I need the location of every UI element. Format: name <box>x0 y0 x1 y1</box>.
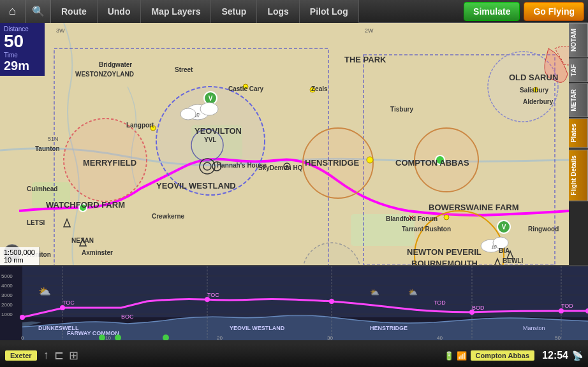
scale-distance: 10 nm <box>4 256 35 264</box>
svg-text:2000: 2000 <box>1 302 13 308</box>
svg-text:⛅: ⛅ <box>408 287 418 297</box>
map-layers-button[interactable]: Map Layers <box>141 0 211 23</box>
svg-point-73 <box>20 315 25 320</box>
svg-text:⛈: ⛈ <box>492 245 497 250</box>
taf-button[interactable]: TAF <box>569 59 588 82</box>
svg-rect-48 <box>22 266 588 317</box>
svg-text:1000: 1000 <box>1 312 13 317</box>
search-icon: 🔍 <box>32 5 45 17</box>
svg-text:5000: 5000 <box>1 273 13 279</box>
location-right: Compton Abbas <box>471 350 535 361</box>
svg-text:HENSTRIDGE: HENSTRIDGE <box>370 325 408 331</box>
svg-text:Manston: Manston <box>523 325 545 331</box>
home-button[interactable]: ⌂ <box>0 0 26 23</box>
svg-point-12 <box>191 129 223 161</box>
bottom-right: 🔋 📶 Compton Abbas 12:54 📡 <box>444 350 583 361</box>
flight-details-button[interactable]: Flight Details <box>569 150 588 201</box>
profile-area: ⛅ ⛅ ⛅ 5000 4000 3000 2000 1000 TOC BOC T… <box>0 265 588 340</box>
right-panel: NOTAM TAF METAR Plates Flight Details <box>569 23 588 203</box>
wifi-icon: 📡 <box>572 350 583 361</box>
svg-text:0: 0 <box>21 335 24 340</box>
svg-text:BOC: BOC <box>121 313 134 320</box>
svg-point-77 <box>469 310 474 315</box>
time-value: 29m <box>4 59 41 73</box>
scale-overlay: 1:500,000 10 nm <box>0 247 40 265</box>
metar-button[interactable]: METAR <box>569 83 588 117</box>
back-icon[interactable]: ⊏ <box>54 349 64 363</box>
svg-text:3000: 3000 <box>1 292 13 298</box>
svg-text:✕: ✕ <box>408 213 415 222</box>
svg-point-74 <box>60 305 65 310</box>
scale-ratio: 1:500,000 <box>4 248 35 256</box>
svg-text:10: 10 <box>105 335 111 340</box>
map-area[interactable]: V V ✕ ⛈ ⛈ <box>0 23 569 265</box>
bottom-nav-icons[interactable]: ↑ ⊏ ⊞ <box>43 349 78 363</box>
svg-point-7 <box>64 119 147 201</box>
svg-point-75 <box>205 297 210 302</box>
svg-text:TOD: TOD <box>434 299 446 306</box>
home-icon: ⌂ <box>9 4 16 18</box>
up-arrow-icon[interactable]: ↑ <box>43 349 49 363</box>
svg-point-9 <box>415 128 478 192</box>
svg-text:51N: 51N <box>48 136 59 142</box>
svg-text:50: 50 <box>555 335 561 340</box>
simulate-button[interactable]: Simulate <box>464 2 520 21</box>
svg-point-35 <box>180 108 196 120</box>
status-icons: 🔋 📶 <box>444 351 467 361</box>
svg-text:V: V <box>502 224 506 231</box>
route-button[interactable]: Route <box>51 0 98 23</box>
svg-text:30: 30 <box>327 335 333 340</box>
svg-rect-3 <box>351 214 415 246</box>
distance-value: 50 <box>4 32 41 50</box>
svg-text:YEOVIL WESTLAND: YEOVIL WESTLAND <box>230 325 285 331</box>
svg-point-25 <box>243 84 248 89</box>
pilot-log-button[interactable]: Pilot Log <box>300 0 359 23</box>
svg-point-26 <box>310 87 315 92</box>
map-svg: V V ✕ ⛈ ⛈ <box>0 23 569 265</box>
svg-text:V: V <box>209 95 213 102</box>
svg-point-76 <box>329 299 334 304</box>
svg-text:20: 20 <box>217 335 223 340</box>
svg-text:3W: 3W <box>56 27 65 34</box>
svg-text:TOC: TOC <box>62 299 75 306</box>
clock: 12:54 <box>542 350 568 361</box>
go-flying-button[interactable]: Go Flying <box>524 2 584 21</box>
time-label: Time <box>4 52 41 59</box>
svg-text:TOC: TOC <box>207 292 219 298</box>
profile-svg: ⛅ ⛅ ⛅ 5000 4000 3000 2000 1000 TOC BOC T… <box>0 266 588 340</box>
svg-point-29 <box>533 87 538 92</box>
svg-point-27 <box>367 157 373 163</box>
svg-point-8 <box>303 128 373 198</box>
svg-text:⛅: ⛅ <box>38 285 51 298</box>
distance-time-panel: Distance 50 Time 29m <box>0 23 45 76</box>
bottom-bar: Exeter ↑ ⊏ ⊞ 🔋 📶 Compton Abbas 12:54 📡 <box>0 344 588 367</box>
svg-text:40: 40 <box>437 335 443 340</box>
svg-point-18 <box>79 204 87 212</box>
svg-point-20 <box>436 155 445 164</box>
setup-button[interactable]: Setup <box>211 0 257 23</box>
search-button[interactable]: 🔍 <box>26 0 51 23</box>
svg-text:TOD: TOD <box>561 303 573 309</box>
svg-point-28 <box>444 215 449 220</box>
svg-text:BOD: BOD <box>472 305 485 311</box>
location-left: Exeter <box>5 350 37 361</box>
plates-button[interactable]: Plates <box>569 118 588 148</box>
svg-point-78 <box>559 308 564 313</box>
logs-button[interactable]: Logs <box>257 0 299 23</box>
svg-text:2W: 2W <box>365 27 374 34</box>
svg-text:4000: 4000 <box>1 283 13 289</box>
svg-text:FARWAY COMMON: FARWAY COMMON <box>67 330 119 336</box>
svg-point-31 <box>286 165 288 168</box>
undo-button[interactable]: Undo <box>98 0 142 23</box>
top-navigation: ⌂ 🔍 Route Undo Map Layers Setup Logs Pil… <box>0 0 588 23</box>
svg-text:⛈: ⛈ <box>195 113 200 119</box>
svg-text:⛅: ⛅ <box>370 287 379 297</box>
grid-icon[interactable]: ⊞ <box>69 349 78 363</box>
svg-point-34 <box>200 103 218 115</box>
svg-point-24 <box>151 126 156 131</box>
svg-rect-1 <box>32 182 70 208</box>
notam-button[interactable]: NOTAM <box>569 23 588 57</box>
